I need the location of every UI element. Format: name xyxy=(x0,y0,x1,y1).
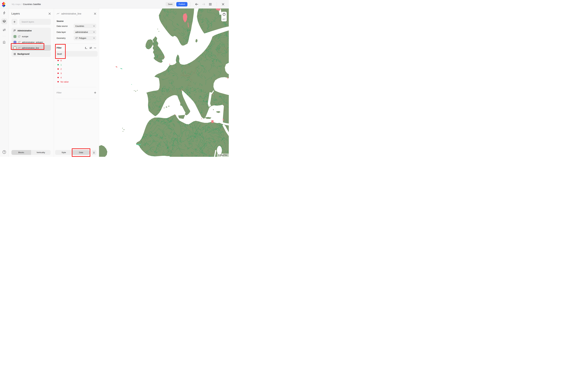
map-attribution[interactable]: © MapTiler xyxy=(217,154,229,157)
polygon-geometry-icon xyxy=(75,37,78,39)
close-editor-icon[interactable] xyxy=(221,2,225,7)
chevron-down-icon xyxy=(93,32,95,33)
publish-button[interactable]: Publish xyxy=(176,2,188,6)
breadcrumb-separator: / xyxy=(22,3,22,5)
geometry-label: Geometry xyxy=(57,37,74,39)
world-map-graphic xyxy=(99,9,229,157)
group-label: Administrative xyxy=(17,30,32,32)
zoom-level-indicator: 2.7 xyxy=(221,17,227,21)
value-label: 1 xyxy=(61,64,62,66)
data-layer-select[interactable]: administrative xyxy=(74,30,96,34)
tab-data[interactable]: Data xyxy=(72,150,90,155)
filter-value-3[interactable]: 3 xyxy=(57,71,96,75)
layers-panel: Layers Administrative europe xyxy=(9,9,54,157)
toolbar-divider xyxy=(190,2,191,6)
add-filter-icon[interactable] xyxy=(94,92,96,94)
map-editor-app: My maps / Countries Satellite Save Publi… xyxy=(0,0,229,157)
line-geometry-icon xyxy=(18,47,20,49)
value-label: No value xyxy=(61,81,69,83)
redo-arrow-icon[interactable] xyxy=(201,2,206,7)
value-label: 2 xyxy=(61,68,62,70)
layer-row-europe[interactable]: europe xyxy=(11,33,51,39)
filter-value-4[interactable]: 4 xyxy=(57,75,96,80)
filter-values-list: 0 1 2 3 4 No value xyxy=(57,58,96,84)
filter-revert-icon[interactable] xyxy=(85,47,87,49)
save-button[interactable]: Save xyxy=(166,2,175,6)
filter-value-2[interactable]: 2 xyxy=(57,67,96,71)
quick-actions-icon[interactable] xyxy=(1,10,7,16)
group-header-administrative[interactable]: Administrative xyxy=(11,28,51,33)
layer-row-administrative-line[interactable]: administrative_line xyxy=(11,45,51,51)
data-source-value: Countries xyxy=(75,25,84,27)
data-source-label: Data source xyxy=(57,25,74,27)
json-editor-button[interactable]: {} xyxy=(92,150,96,155)
geometry-select[interactable]: Polygon xyxy=(74,36,96,40)
value-label: 3 xyxy=(61,72,62,75)
filter-adjust-icon[interactable] xyxy=(89,47,92,49)
value-dot xyxy=(57,64,59,65)
page-title: Countries Satellite xyxy=(23,3,41,5)
polygon-geometry-icon xyxy=(18,41,20,43)
map-canvas[interactable]: 2.7 © MapTiler xyxy=(99,9,229,157)
data-source-select[interactable]: Countries xyxy=(74,24,96,28)
layer-inspector-panel: administrative_line Source Data source C… xyxy=(54,9,99,157)
add-layer-button[interactable] xyxy=(11,19,17,25)
plugins-puzzle-icon[interactable] xyxy=(1,39,7,45)
compass-clock-icon[interactable] xyxy=(221,12,227,17)
background-row[interactable]: Background xyxy=(11,51,51,57)
layer-label: administrative_polygon xyxy=(22,41,43,43)
filter-remove-icon[interactable] xyxy=(94,47,96,49)
line-geometry-icon xyxy=(57,13,60,15)
maptiler-logo-icon[interactable] xyxy=(2,1,7,7)
layer-swatch-administrative-polygon xyxy=(14,41,16,44)
filter-value-0[interactable]: 0 xyxy=(57,58,96,63)
chevron-down-icon xyxy=(93,37,95,39)
layer-label: administrative_line xyxy=(22,47,39,49)
settings-sliders-icon[interactable] xyxy=(1,27,7,33)
value-dot xyxy=(57,60,59,61)
chevron-down-icon xyxy=(93,26,95,27)
administrative-group: Administrative europe administrative_pol… xyxy=(11,28,51,51)
breadcrumb: My maps / Countries Satellite xyxy=(12,3,41,5)
breadcrumb-my-maps[interactable]: My maps xyxy=(12,3,21,5)
top-bar: My maps / Countries Satellite Save Publi… xyxy=(0,0,229,9)
value-label: 4 xyxy=(61,76,62,79)
layer-swatch-administrative-line xyxy=(14,47,16,49)
inspector-layer-title: administrative_line xyxy=(61,12,81,15)
search-input[interactable] xyxy=(19,21,51,23)
inspector-bottom-tabs: Style Data xyxy=(55,150,90,155)
menu-icon[interactable] xyxy=(208,2,213,7)
layers-panel-icon[interactable] xyxy=(1,18,7,24)
filter-field-value: level xyxy=(57,53,62,55)
value-dot xyxy=(57,68,59,70)
layer-row-administrative-polygon[interactable]: administrative_polygon xyxy=(11,39,51,45)
background-label: Background xyxy=(17,53,30,55)
filter-heading: Filter xyxy=(57,47,62,49)
tab-verticality[interactable]: Verticality xyxy=(31,150,51,155)
help-icon[interactable] xyxy=(1,149,7,155)
value-dot xyxy=(57,73,59,74)
filter-value-novalue[interactable]: No value xyxy=(57,80,96,84)
layer-swatch-europe xyxy=(14,35,16,38)
tab-blocks[interactable]: Blocks xyxy=(11,150,31,155)
data-layer-value: administrative xyxy=(75,31,88,33)
left-icon-rail xyxy=(0,9,9,157)
undo-arrow-icon[interactable] xyxy=(194,2,199,7)
flag-icon xyxy=(14,30,16,32)
value-dot xyxy=(57,81,59,82)
toolbar-divider-2 xyxy=(217,2,217,6)
value-label: 0 xyxy=(61,59,62,62)
filter-field-level[interactable]: level xyxy=(55,51,98,57)
inspector-close-icon[interactable] xyxy=(94,13,96,15)
layer-label: europe xyxy=(22,35,29,38)
data-layer-label: Data layer xyxy=(57,31,74,33)
polygon-geometry-icon xyxy=(18,35,20,37)
background-group: Background xyxy=(11,51,51,57)
source-heading: Source xyxy=(57,20,96,22)
layers-panel-title: Layers xyxy=(11,12,20,15)
tab-style[interactable]: Style xyxy=(55,150,72,155)
layers-panel-close-icon[interactable] xyxy=(48,13,51,15)
filter-add-heading: Filter xyxy=(57,92,62,94)
filter-value-1[interactable]: 1 xyxy=(57,63,96,67)
geometry-value: Polygon xyxy=(79,37,86,39)
